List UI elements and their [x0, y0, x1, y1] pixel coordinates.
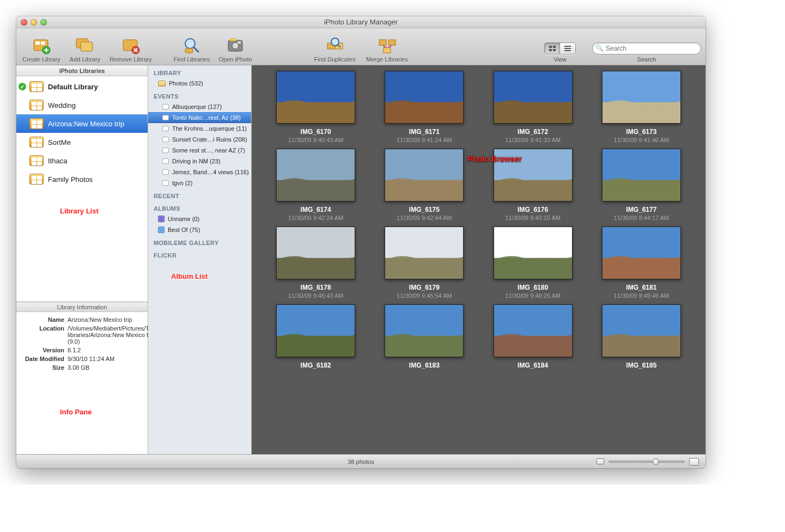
view-list-button[interactable]: [560, 43, 575, 54]
event-row[interactable]: The Krohns…uquerque (11): [148, 123, 251, 134]
create-library-icon: [32, 35, 51, 55]
event-label: Tonto Natio…rest, Az (38): [172, 114, 241, 121]
section-events: EVENTS: [148, 89, 251, 101]
svg-rect-46: [494, 227, 572, 258]
photo-thumbnail[interactable]: [385, 227, 464, 279]
photo-thumbnail[interactable]: [494, 71, 573, 124]
source-photos[interactable]: Photos (532): [148, 78, 251, 89]
photo-name: IMG_6174: [301, 206, 331, 213]
photo-browser[interactable]: Photo Browser IMG_617011/30/09 9:40:43 A…: [252, 65, 705, 454]
photo-thumbnail[interactable]: [602, 304, 681, 357]
event-row[interactable]: Sunset Crate…i Ruins (208): [148, 134, 251, 145]
event-icon: [162, 126, 169, 131]
photo-cell[interactable]: IMG_6185: [594, 304, 689, 369]
photo-thumbnail[interactable]: [602, 227, 681, 279]
photo-thumbnail[interactable]: [494, 304, 573, 357]
svg-rect-30: [494, 71, 572, 102]
photo-cell[interactable]: IMG_617211/30/09 9:41:33 AM: [485, 71, 581, 143]
find-libraries-button[interactable]: Find Libraries: [171, 35, 212, 63]
default-check-icon: ✓: [19, 83, 26, 90]
zoom-slider-thumb[interactable]: [653, 458, 659, 465]
photo-date: 11/30/09 9:42:24 AM: [288, 215, 344, 221]
photo-cell[interactable]: IMG_6184: [485, 304, 581, 369]
event-row[interactable]: Tonto Natio…rest, Az (38): [148, 112, 251, 123]
minimize-icon[interactable]: [31, 19, 37, 26]
library-row[interactable]: Family Photos: [16, 170, 148, 188]
info-pane: Library Information NameArizona:New Mexi…: [16, 302, 148, 454]
event-icon: [162, 148, 169, 153]
library-icon: [29, 174, 44, 185]
event-row[interactable]: Driving in NM (23): [148, 156, 251, 167]
photo-date: 11/30/09 9:41:24 AM: [397, 137, 452, 143]
event-icon: [162, 104, 169, 109]
photo-thumbnail[interactable]: [385, 304, 464, 357]
event-icon: [162, 169, 169, 175]
event-row[interactable]: Albuquerque (127): [148, 101, 251, 112]
photo-thumbnail[interactable]: [385, 71, 464, 124]
photo-cell[interactable]: IMG_617511/30/09 9:42:44 AM: [376, 149, 472, 221]
svg-rect-5: [81, 42, 93, 51]
photo-thumbnail[interactable]: [602, 71, 681, 124]
photo-cell[interactable]: IMG_6182: [268, 304, 363, 369]
library-row[interactable]: ✓Default Library: [16, 77, 148, 96]
photo-cell[interactable]: IMG_617311/30/09 9:41:40 AM: [594, 71, 689, 143]
photo-thumbnail[interactable]: [276, 304, 355, 357]
photo-thumbnail[interactable]: [602, 149, 681, 201]
svg-rect-9: [185, 48, 193, 53]
library-row[interactable]: Arizona:New Mexico trip: [16, 114, 148, 133]
svg-rect-23: [564, 46, 571, 47]
svg-rect-16: [379, 40, 386, 45]
section-mobileme: MOBILEME GALLERY: [148, 235, 251, 248]
zoom-icon[interactable]: [40, 19, 47, 26]
library-row[interactable]: Wedding: [16, 96, 148, 114]
photo-name: IMG_6175: [409, 206, 440, 213]
library-row[interactable]: SortMe: [16, 133, 148, 151]
photo-name: IMG_6177: [626, 206, 656, 213]
search-input[interactable]: [592, 42, 701, 54]
photo-date: 11/30/09 9:41:40 AM: [614, 137, 670, 143]
view-grid-button[interactable]: [545, 43, 560, 54]
annotation-library-list: Library List: [60, 207, 99, 215]
photo-cell[interactable]: IMG_618111/30/09 9:49:49 AM: [594, 227, 689, 299]
photo-thumbnail[interactable]: [494, 227, 573, 279]
photo-thumbnail[interactable]: [276, 227, 355, 279]
album-row[interactable]: Unname (0): [148, 213, 251, 224]
event-row[interactable]: Jemez, Band…4 views (116): [148, 167, 251, 178]
annotation-photo-browser: Photo Browser: [468, 155, 522, 163]
photo-cell[interactable]: IMG_617411/30/09 9:42:24 AM: [268, 149, 363, 221]
photo-date: 11/30/09 9:42:44 AM: [397, 215, 452, 221]
find-duplicates-button[interactable]: Find Duplicates: [312, 35, 358, 63]
svg-rect-40: [603, 149, 680, 180]
merge-libraries-button[interactable]: Merge Libraries: [364, 35, 411, 63]
svg-rect-1: [35, 41, 40, 45]
photo-cell[interactable]: IMG_617111/30/09 9:41:24 AM: [376, 71, 472, 143]
library-list-pane: iPhoto Libraries ✓Default LibraryWedding…: [16, 65, 148, 454]
view-switcher: View: [544, 42, 576, 63]
photo-thumbnail[interactable]: [276, 71, 355, 124]
photo-name: IMG_6172: [518, 128, 548, 136]
album-icon: [158, 227, 165, 233]
add-library-button[interactable]: Add Library: [68, 35, 102, 63]
close-icon[interactable]: [21, 19, 27, 26]
library-name: Wedding: [48, 101, 76, 109]
photo-date: 11/30/09 9:43:15 AM: [505, 215, 561, 221]
photo-thumbnail[interactable]: [385, 149, 464, 201]
library-row[interactable]: Ithaca: [16, 151, 148, 170]
photo-cell[interactable]: IMG_618011/30/09 9:49:26 AM: [485, 227, 581, 299]
event-row[interactable]: Some rest st…, near AZ (7): [148, 145, 251, 156]
photo-thumbnail[interactable]: [276, 149, 355, 201]
svg-rect-38: [494, 149, 572, 180]
library-name: SortMe: [48, 138, 71, 146]
photo-cell[interactable]: IMG_617911/30/09 9:45:54 AM: [376, 227, 472, 299]
photo-cell[interactable]: IMG_6183: [376, 304, 472, 369]
create-library-button[interactable]: Create Library: [21, 35, 62, 63]
remove-library-button[interactable]: Remove Library: [108, 35, 154, 63]
event-row[interactable]: tgvn (2): [148, 178, 251, 188]
photo-cell[interactable]: IMG_617711/30/09 9:44:17 AM: [594, 149, 689, 221]
zoom-slider[interactable]: [608, 461, 685, 463]
open-iphoto-button[interactable]: Open iPhoto: [218, 35, 253, 63]
svg-rect-25: [564, 50, 571, 51]
photo-cell[interactable]: IMG_617011/30/09 9:40:43 AM: [268, 71, 363, 143]
photo-cell[interactable]: IMG_617811/30/09 9:45:43 AM: [268, 227, 363, 299]
album-row[interactable]: Best Of (75): [148, 224, 251, 235]
